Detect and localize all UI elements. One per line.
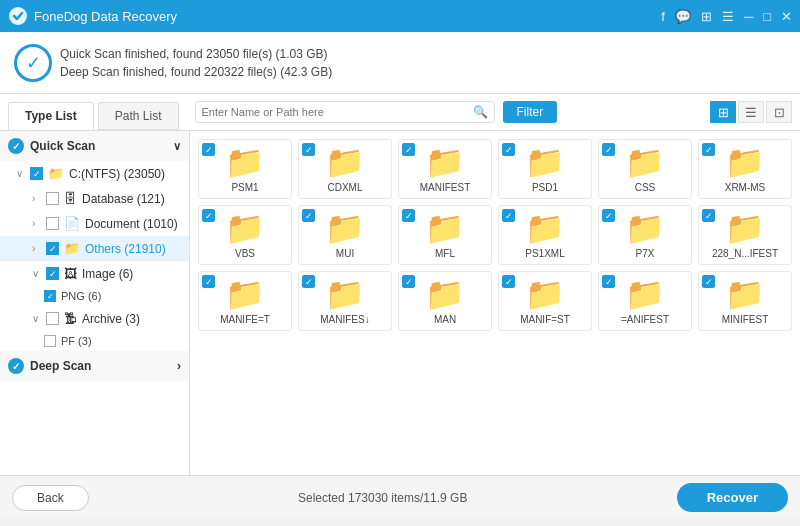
- file-item[interactable]: ✓ 📁 VBS: [198, 205, 292, 265]
- scan-check-icon: ✓: [14, 44, 52, 82]
- maximize-icon[interactable]: □: [763, 9, 771, 24]
- file-folder-icon: 📁: [325, 146, 365, 178]
- file-item[interactable]: ✓ 📁 PSM1: [198, 139, 292, 199]
- sidebar-item-others[interactable]: › ✓ 📁 Others (21910): [0, 236, 189, 261]
- others-checkbox[interactable]: ✓: [46, 242, 59, 255]
- main-layout: ✓ Quick Scan ∨ ∨ ✓ 📁 C:(NTFS) (23050) › …: [0, 131, 800, 475]
- file-item[interactable]: ✓ 📁 =ANIFEST: [598, 271, 692, 331]
- file-checkbox[interactable]: ✓: [502, 275, 515, 288]
- file-item[interactable]: ✓ 📁 P7X: [598, 205, 692, 265]
- file-item[interactable]: ✓ 📁 XRM-MS: [698, 139, 792, 199]
- png-checkbox[interactable]: ✓: [44, 290, 56, 302]
- file-checkbox[interactable]: ✓: [502, 209, 515, 222]
- file-item[interactable]: ✓ 📁 MAN: [398, 271, 492, 331]
- tab-path-list[interactable]: Path List: [98, 102, 179, 130]
- back-button[interactable]: Back: [12, 485, 89, 511]
- file-checkbox[interactable]: ✓: [302, 143, 315, 156]
- file-checkbox[interactable]: ✓: [702, 209, 715, 222]
- pf-checkbox[interactable]: [44, 335, 56, 347]
- others-label: Others (21910): [85, 242, 181, 256]
- file-item[interactable]: ✓ 📁 MANIFEST: [398, 139, 492, 199]
- file-checkbox[interactable]: ✓: [302, 275, 315, 288]
- file-checkbox[interactable]: ✓: [702, 143, 715, 156]
- deep-scan-header[interactable]: ✓ Deep Scan ›: [0, 351, 189, 381]
- view-list-button[interactable]: ☰: [738, 101, 764, 123]
- toolbar: 🔍 Filter ⊞ ☰ ⊡: [187, 94, 801, 130]
- database-checkbox[interactable]: [46, 192, 59, 205]
- close-icon[interactable]: ✕: [781, 9, 792, 24]
- file-checkbox[interactable]: ✓: [402, 275, 415, 288]
- document-label: Document (1010): [85, 217, 181, 231]
- sidebar-item-document[interactable]: › 📄 Document (1010): [0, 211, 189, 236]
- cntfs-label: C:(NTFS) (23050): [69, 167, 181, 181]
- file-item[interactable]: ✓ 📁 PS1XML: [498, 205, 592, 265]
- search-box[interactable]: 🔍: [195, 101, 495, 123]
- file-folder-icon: 📁: [225, 212, 265, 244]
- file-item[interactable]: ✓ 📁 MINIFEST: [698, 271, 792, 331]
- file-item[interactable]: ✓ 📁 MFL: [398, 205, 492, 265]
- document-checkbox[interactable]: [46, 217, 59, 230]
- file-item[interactable]: ✓ 📁 228_N...IFEST: [698, 205, 792, 265]
- minimize-icon[interactable]: ─: [744, 9, 753, 24]
- view-grid-small-button[interactable]: ⊡: [766, 101, 792, 123]
- file-item[interactable]: ✓ 📁 MANIF=ST: [498, 271, 592, 331]
- deep-scan-check: ✓: [8, 358, 24, 374]
- expand-arrow: ›: [32, 218, 46, 229]
- file-folder-icon: 📁: [625, 278, 665, 310]
- image-label: Image (6): [82, 267, 181, 281]
- file-item[interactable]: ✓ 📁 MUI: [298, 205, 392, 265]
- file-checkbox[interactable]: ✓: [402, 143, 415, 156]
- sidebar-item-cntfs[interactable]: ∨ ✓ 📁 C:(NTFS) (23050): [0, 161, 189, 186]
- cntfs-checkbox[interactable]: ✓: [30, 167, 43, 180]
- file-checkbox[interactable]: ✓: [402, 209, 415, 222]
- sidebar-item-database[interactable]: › 🗄 Database (121): [0, 186, 189, 211]
- filter-button[interactable]: Filter: [503, 101, 558, 123]
- file-folder-icon: 📁: [725, 212, 765, 244]
- sidebar-item-archive[interactable]: ∨ 🗜 Archive (3): [0, 306, 189, 331]
- expand-arrow: ›: [32, 243, 46, 254]
- expand-arrow: ∨: [32, 268, 46, 279]
- file-folder-icon: 📁: [225, 278, 265, 310]
- menu-icon[interactable]: ☰: [722, 9, 734, 24]
- file-folder-icon: 📁: [425, 212, 465, 244]
- file-item[interactable]: ✓ 📁 MANIFES↓: [298, 271, 392, 331]
- pf-label: PF (3): [61, 335, 92, 347]
- facebook-icon[interactable]: f: [661, 9, 665, 24]
- sidebar-subitem-png[interactable]: ✓ PNG (6): [0, 286, 189, 306]
- sidebar-item-image[interactable]: ∨ ✓ 🖼 Image (6): [0, 261, 189, 286]
- archive-label: Archive (3): [82, 312, 181, 326]
- search-input[interactable]: [202, 106, 473, 118]
- file-checkbox[interactable]: ✓: [602, 143, 615, 156]
- file-folder-icon: 📁: [425, 146, 465, 178]
- file-item[interactable]: ✓ 📁 CSS: [598, 139, 692, 199]
- file-checkbox[interactable]: ✓: [702, 275, 715, 288]
- file-name: PSM1: [231, 182, 258, 194]
- folder-icon: 🖼: [64, 266, 77, 281]
- file-name: =ANIFEST: [621, 314, 669, 326]
- grid-icon[interactable]: ⊞: [701, 9, 712, 24]
- file-checkbox[interactable]: ✓: [602, 209, 615, 222]
- recover-button[interactable]: Recover: [677, 483, 788, 512]
- file-folder-icon: 📁: [325, 278, 365, 310]
- view-grid-large-button[interactable]: ⊞: [710, 101, 736, 123]
- file-item[interactable]: ✓ 📁 MANIFE=T: [198, 271, 292, 331]
- folder-icon: 🗜: [64, 311, 77, 326]
- file-item[interactable]: ✓ 📁 PSD1: [498, 139, 592, 199]
- file-checkbox[interactable]: ✓: [202, 209, 215, 222]
- file-checkbox[interactable]: ✓: [202, 275, 215, 288]
- image-checkbox[interactable]: ✓: [46, 267, 59, 280]
- file-item[interactable]: ✓ 📁 CDXML: [298, 139, 392, 199]
- archive-checkbox[interactable]: [46, 312, 59, 325]
- sidebar-subitem-pf[interactable]: PF (3): [0, 331, 189, 351]
- tab-type-list[interactable]: Type List: [8, 102, 94, 130]
- file-checkbox[interactable]: ✓: [202, 143, 215, 156]
- quick-scan-header[interactable]: ✓ Quick Scan ∨: [0, 131, 189, 161]
- file-folder-icon: 📁: [525, 146, 565, 178]
- file-checkbox[interactable]: ✓: [602, 275, 615, 288]
- file-checkbox[interactable]: ✓: [502, 143, 515, 156]
- title-bar-controls: f 💬 ⊞ ☰ ─ □ ✕: [661, 9, 792, 24]
- file-name: MFL: [435, 248, 455, 260]
- quick-scan-arrow: ∨: [173, 140, 181, 153]
- chat-icon[interactable]: 💬: [675, 9, 691, 24]
- file-checkbox[interactable]: ✓: [302, 209, 315, 222]
